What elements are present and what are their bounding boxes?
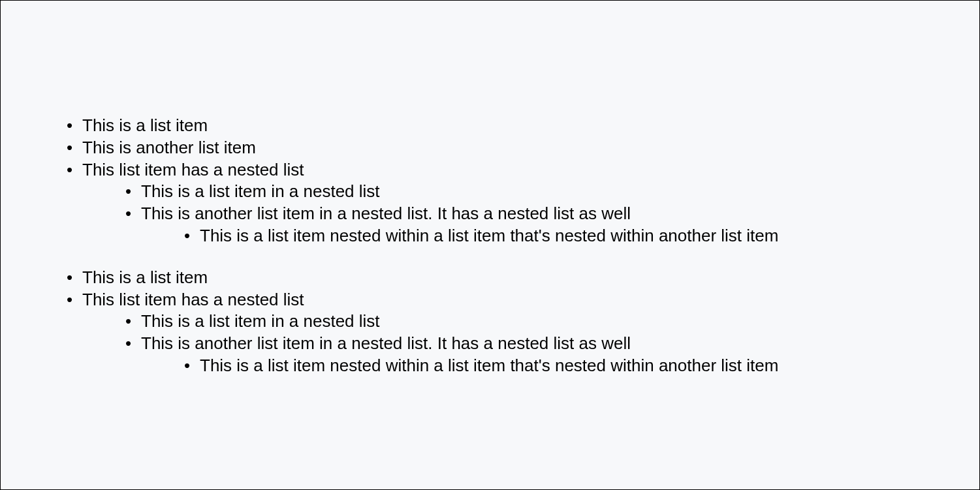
list-item: This is a list item nested within a list… xyxy=(180,355,953,377)
list-block-1: This is a list item This is another list… xyxy=(63,115,953,247)
list-item-text: This is a list item nested within a list… xyxy=(200,226,778,245)
list-item-text: This is another list item xyxy=(82,138,256,157)
nested-bullet-list: This is a list item in a nested list Thi… xyxy=(121,311,953,376)
list-item: This is a list item in a nested list xyxy=(121,181,953,203)
list-item-text: This is a list item nested within a list… xyxy=(200,356,778,375)
bullet-list: This is a list item This is another list… xyxy=(63,115,953,247)
list-item: This list item has a nested list This is… xyxy=(63,289,953,377)
list-item: This is a list item xyxy=(63,115,953,137)
list-item-text: This is a list item xyxy=(82,115,208,135)
list-item: This is a list item xyxy=(63,267,953,289)
list-item-text: This is another list item in a nested li… xyxy=(141,333,631,353)
nested-bullet-list: This is a list item in a nested list Thi… xyxy=(121,181,953,247)
list-block-2: This is a list item This list item has a… xyxy=(63,267,953,377)
list-item: This is a list item nested within a list… xyxy=(180,225,953,247)
list-item: This list item has a nested list This is… xyxy=(63,159,953,247)
list-item: This is another list item xyxy=(63,137,953,159)
list-item: This is another list item in a nested li… xyxy=(121,203,953,247)
nested-bullet-list: This is a list item nested within a list… xyxy=(180,355,953,377)
list-item-text: This is a list item xyxy=(82,268,208,287)
nested-bullet-list: This is a list item nested within a list… xyxy=(180,225,953,247)
list-item-text: This is a list item in a nested list xyxy=(141,311,380,331)
list-item-text: This list item has a nested list xyxy=(82,160,304,179)
list-item-text: This is a list item in a nested list xyxy=(141,181,380,201)
list-item: This is another list item in a nested li… xyxy=(121,333,953,377)
bullet-list: This is a list item This list item has a… xyxy=(63,267,953,377)
list-item-text: This is another list item in a nested li… xyxy=(141,204,631,223)
list-item-text: This list item has a nested list xyxy=(82,290,304,309)
list-item: This is a list item in a nested list xyxy=(121,311,953,333)
